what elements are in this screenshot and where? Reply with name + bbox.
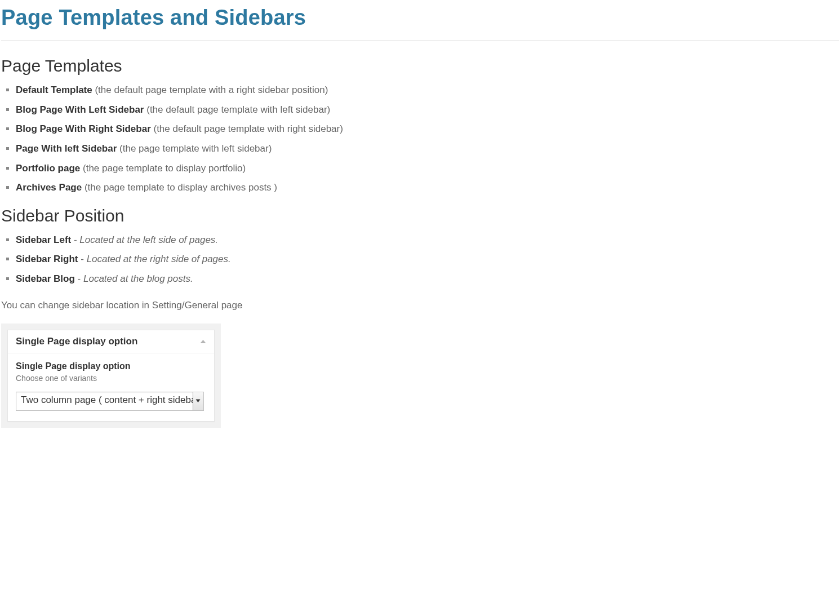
field-label: Single Page display option (16, 361, 206, 371)
template-name: Blog Page With Left Sidebar (16, 104, 144, 115)
position-name: Sidebar Right (16, 254, 78, 264)
list-item: Page With left Sidebar (the page templat… (16, 142, 839, 156)
template-desc: (the page template with left sidebar) (119, 143, 272, 154)
list-item: Sidebar Right - Located at the right sid… (16, 252, 839, 267)
list-item: Default Template (the default page templ… (16, 83, 839, 98)
list-item: Sidebar Left - Located at the left side … (16, 233, 839, 247)
template-desc: (the page template to display portfolio) (83, 163, 246, 174)
position-desc: Located at the left side of pages. (79, 234, 218, 245)
separator: - (78, 254, 87, 264)
display-option-select[interactable]: Two column page ( content + right sideba… (16, 392, 204, 411)
list-item: Archives Page (the page template to disp… (16, 181, 839, 195)
template-name: Portfolio page (16, 163, 80, 174)
section-heading-positions: Sidebar Position (1, 206, 839, 225)
list-item: Sidebar Blog - Located at the blog posts… (16, 272, 839, 286)
metabox-body: Single Page display option Choose one of… (8, 353, 214, 421)
separator: - (71, 234, 79, 245)
position-desc: Located at the right side of pages. (87, 254, 231, 264)
section-heading-templates: Page Templates (1, 56, 839, 76)
list-item: Blog Page With Right Sidebar (the defaul… (16, 122, 839, 136)
page-title: Page Templates and Sidebars (1, 6, 839, 30)
select-value: Two column page ( content + right sideba… (16, 392, 193, 410)
metabox-toggle[interactable]: Single Page display option (8, 330, 214, 353)
template-desc: (the default page template with right si… (153, 123, 343, 134)
template-desc: (the default page template with a right … (95, 85, 328, 95)
position-name: Sidebar Blog (16, 273, 75, 284)
templates-list: Default Template (the default page templ… (1, 83, 839, 195)
template-name: Page With left Sidebar (16, 143, 117, 154)
separator: - (75, 273, 83, 284)
divider (1, 40, 839, 41)
list-item: Portfolio page (the page template to dis… (16, 162, 839, 176)
template-name: Blog Page With Right Sidebar (16, 123, 151, 134)
chevron-down-icon (193, 392, 203, 410)
settings-note: You can change sidebar location in Setti… (1, 300, 839, 311)
metabox-title: Single Page display option (16, 336, 137, 347)
metabox-wrap: Single Page display option Single Page d… (1, 323, 221, 428)
caret-up-icon (200, 339, 206, 344)
svg-marker-1 (196, 400, 201, 403)
template-name: Default Template (16, 85, 92, 95)
template-desc: (the page template to display archives p… (85, 182, 277, 193)
position-name: Sidebar Left (16, 234, 71, 245)
metabox: Single Page display option Single Page d… (7, 330, 215, 422)
svg-marker-0 (201, 340, 206, 343)
list-item: Blog Page With Left Sidebar (the default… (16, 103, 839, 117)
template-name: Archives Page (16, 182, 82, 193)
field-hint: Choose one of variants (16, 374, 206, 383)
position-desc: Located at the blog posts. (83, 273, 193, 284)
template-desc: (the default page template with left sid… (146, 104, 330, 115)
positions-list: Sidebar Left - Located at the left side … (1, 233, 839, 286)
